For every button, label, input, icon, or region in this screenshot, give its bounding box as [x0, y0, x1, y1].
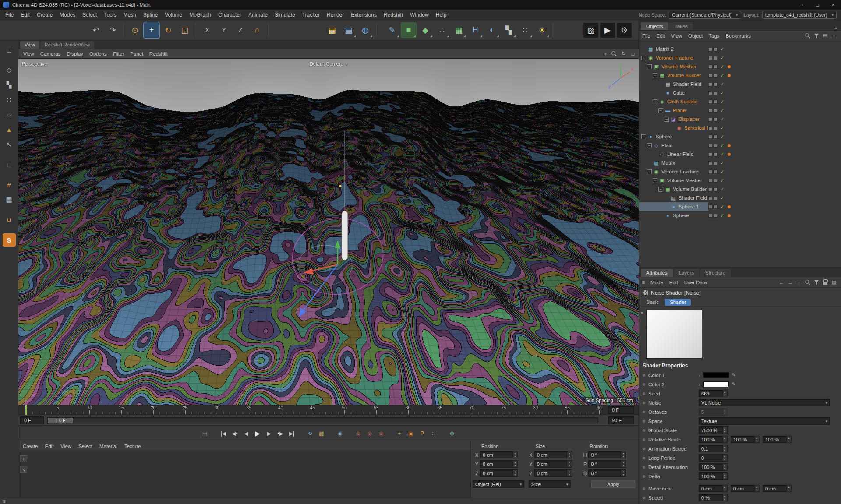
size-mode-dropdown[interactable]: Size ▾	[529, 480, 571, 488]
material-menu-material[interactable]: Material	[96, 441, 121, 451]
animation-dot[interactable]	[643, 392, 645, 395]
sound-icon[interactable]: ◉	[335, 428, 345, 439]
snap-dots-icon[interactable]: ∷	[517, 22, 533, 38]
expand-toggle[interactable]: −	[641, 134, 646, 139]
editor-visibility-toggle[interactable]	[708, 196, 712, 200]
animation-dot[interactable]	[643, 411, 645, 413]
object-row-volume-builder[interactable]: −▦Volume Builder✓	[639, 71, 841, 80]
spin-up-icon[interactable]: ▴	[723, 427, 727, 430]
spin-up-icon[interactable]: ▴	[621, 451, 625, 455]
toggle-view-icon[interactable]: □	[629, 50, 637, 57]
spin-up-icon[interactable]: ▴	[787, 436, 791, 440]
spin-down-icon[interactable]: ▾	[723, 458, 727, 462]
om-menu-view[interactable]: View	[668, 33, 685, 39]
enabled-toggle[interactable]: ✓	[720, 143, 724, 148]
expand-toggle[interactable]: −	[658, 187, 663, 192]
tab-basic[interactable]: Basic	[642, 299, 664, 306]
input-octaves[interactable]: 5▴▾	[699, 408, 728, 416]
navigate-icon[interactable]: ↘	[20, 466, 27, 473]
menu-mograph[interactable]: MoGraph	[186, 10, 215, 20]
spinner[interactable]: ▴▾	[722, 436, 727, 443]
input-delta[interactable]: 100 %▴▾	[699, 472, 728, 480]
spin-down-icon[interactable]: ▾	[723, 440, 727, 443]
spin-up-icon[interactable]: ▴	[567, 451, 572, 455]
spin-up-icon[interactable]: ▴	[723, 494, 727, 498]
magnet-icon[interactable]: ∪	[3, 213, 16, 226]
expand-toggle[interactable]: −	[653, 99, 657, 104]
object-row-cube[interactable]: ■Cube✓	[639, 88, 841, 97]
expand-toggle[interactable]: −	[653, 178, 657, 183]
forward-icon[interactable]: →	[787, 279, 794, 286]
material-menu-select[interactable]: Select	[75, 441, 96, 451]
simulation-icon[interactable]: ⊚	[447, 428, 457, 439]
render-visibility-toggle[interactable]	[714, 65, 717, 69]
expand-toggle[interactable]: −	[647, 169, 652, 174]
spinner[interactable]: ▴▾	[621, 461, 625, 467]
tab-takes[interactable]: Takes	[669, 22, 693, 30]
spin-down-icon[interactable]: ▾	[787, 440, 791, 443]
animation-dot[interactable]	[643, 448, 645, 450]
object-row-shader-field[interactable]: ▤Shader Field✓	[639, 80, 841, 88]
editor-visibility-toggle[interactable]	[708, 135, 712, 139]
current-frame-field[interactable]: 0 F	[608, 406, 634, 414]
render-visibility-toggle[interactable]	[714, 144, 717, 148]
spinner[interactable]: ▴▾	[722, 473, 727, 479]
animation-dot[interactable]	[643, 383, 645, 386]
viewport-menu-redshift[interactable]: Redshift	[146, 49, 171, 58]
enabled-toggle[interactable]: ✓	[720, 90, 724, 96]
object-row-matrix-2[interactable]: ▦Matrix 2✓	[639, 45, 841, 53]
live-selection-icon[interactable]: ⊙	[127, 22, 143, 38]
editor-visibility-toggle[interactable]	[708, 214, 712, 218]
coord-input-position-y[interactable]: 0 cm▴▾	[480, 460, 518, 468]
menu-simulate[interactable]: Simulate	[271, 10, 299, 20]
next-frame-icon[interactable]: ▶	[264, 428, 274, 439]
viewport-menu-panel[interactable]: Panel	[127, 49, 146, 58]
current-frame-marker[interactable]	[25, 405, 27, 415]
tab-attributes[interactable]: Attributes	[641, 269, 673, 277]
animation-dot[interactable]	[643, 374, 645, 377]
enabled-toggle[interactable]: ✓	[720, 64, 724, 70]
menu-select[interactable]: Select	[79, 10, 100, 20]
maximize-button[interactable]: □	[809, 0, 825, 10]
spinner[interactable]: ▴▾	[621, 470, 625, 476]
object-row-sphere-1[interactable]: ●Sphere.1✓	[639, 202, 841, 211]
input-movement[interactable]: 0 cm▴▾	[731, 485, 760, 492]
spinner[interactable]: ▴▾	[722, 494, 727, 501]
spin-up-icon[interactable]: ▴	[723, 473, 727, 476]
coord-input-size-y[interactable]: 0 cm▴▾	[534, 460, 572, 468]
object-row-shader-field[interactable]: ▤Shader Field✓	[639, 194, 841, 202]
object-row-linear-field[interactable]: ▭Linear Field✓	[639, 150, 841, 159]
spin-up-icon[interactable]: ▴	[513, 451, 517, 455]
menu-edit[interactable]: Edit	[17, 10, 33, 20]
prev-key-icon[interactable]: ◀•	[230, 428, 240, 439]
spin-down-icon[interactable]: ▾	[723, 498, 727, 501]
spin-up-icon[interactable]: ▴	[723, 455, 727, 458]
search-icon[interactable]	[804, 32, 811, 39]
editor-visibility-toggle[interactable]	[708, 47, 712, 51]
object-row-voronoi-fracture[interactable]: −◉Voronoi Fracture✓	[639, 53, 841, 62]
expand-toggle[interactable]: −	[658, 108, 663, 113]
coord-input-rotation-h[interactable]: 0 °▴▾	[588, 451, 626, 458]
search-icon[interactable]	[804, 279, 811, 286]
menu-mesh[interactable]: Mesh	[120, 10, 139, 20]
spinner[interactable]: ▴▾	[512, 461, 517, 467]
spin-down-icon[interactable]: ▾	[723, 467, 727, 471]
render-visibility-toggle[interactable]	[714, 100, 717, 104]
editor-visibility-toggle[interactable]	[708, 117, 712, 121]
panel-menu-icon[interactable]: ≡	[639, 279, 647, 285]
zoom-view-icon[interactable]	[611, 50, 618, 57]
spin-down-icon[interactable]: ▾	[787, 489, 791, 492]
apply-button[interactable]: Apply	[591, 480, 635, 488]
track-view-icon[interactable]: ▦	[316, 428, 327, 439]
layers-icon[interactable]: ▤	[822, 32, 829, 39]
mograph-icon[interactable]: ∴	[434, 22, 450, 38]
spin-down-icon[interactable]: ▾	[567, 455, 572, 458]
menu-character[interactable]: Character	[215, 10, 245, 20]
spin-up-icon[interactable]: ▴	[723, 390, 727, 394]
coord-input-position-z[interactable]: 0 cm▴▾	[480, 469, 518, 477]
dropdown-noise[interactable]: VL Noise▾	[699, 399, 830, 406]
tab-layers[interactable]: Layers	[674, 269, 700, 277]
attr-menu-edit[interactable]: Edit	[666, 280, 681, 285]
render-visibility-toggle[interactable]	[714, 187, 717, 191]
disclosure-icon[interactable]: ›	[699, 373, 700, 378]
